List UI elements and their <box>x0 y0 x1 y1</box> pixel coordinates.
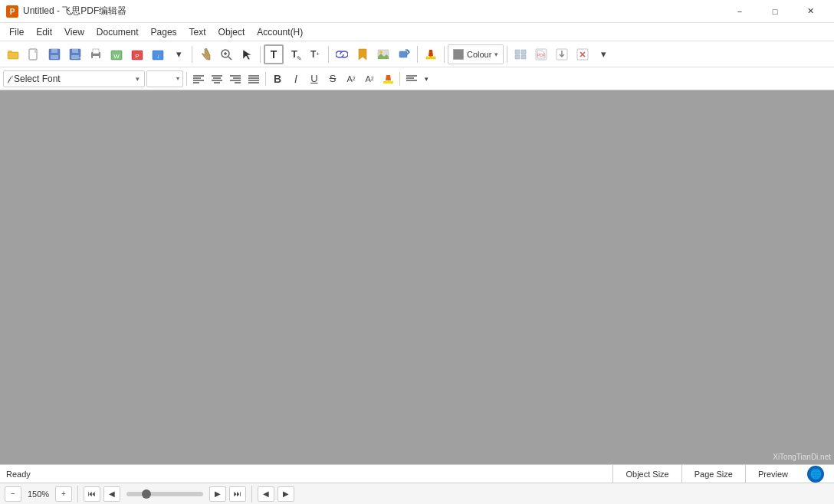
menu-account[interactable]: Account(H) <box>251 25 309 39</box>
svg-rect-33 <box>521 55 526 59</box>
paragraph-dropdown-arrow[interactable]: ▾ <box>422 70 431 87</box>
strikethrough-button[interactable]: S <box>324 70 341 87</box>
menu-document[interactable]: Document <box>90 25 145 39</box>
menu-pages[interactable]: Pages <box>145 25 183 39</box>
titlebar: P Untitled - 飞思PDF编辑器 − □ ✕ <box>0 0 834 23</box>
save-button[interactable] <box>44 44 64 64</box>
menu-edit[interactable]: Edit <box>30 25 58 39</box>
superscript-button[interactable]: A2 <box>343 70 360 87</box>
zoom-in-button[interactable]: + <box>55 486 72 502</box>
export2-button[interactable]: P <box>127 44 147 64</box>
zoom-value: 150% <box>25 489 52 499</box>
subscript-button[interactable]: A2 <box>361 70 378 87</box>
image-button[interactable] <box>373 44 393 64</box>
maximize-button[interactable]: □ <box>757 0 793 23</box>
hand-tool-button[interactable] <box>195 44 215 64</box>
align-left-button[interactable] <box>190 70 207 87</box>
save-as-button[interactable]: + <box>65 44 85 64</box>
bold-button[interactable]: B <box>269 70 286 87</box>
colour-label: Colour <box>467 50 491 59</box>
text-edit-button[interactable]: T✎ <box>284 44 304 64</box>
svg-rect-27 <box>399 51 407 57</box>
align-right-button[interactable] <box>227 70 244 87</box>
brand-logo: 🌐 <box>803 465 828 483</box>
menubar: File Edit View Document Pages Text Objec… <box>0 23 834 41</box>
svg-text:P: P <box>135 53 139 60</box>
font-selector[interactable]: 𝒻 Select Font ▾ <box>3 70 145 87</box>
export-pdf-button[interactable]: PDF <box>531 44 551 64</box>
bookmark-button[interactable] <box>353 44 373 64</box>
page-size-section: Page Size <box>681 465 745 483</box>
highlight-button[interactable] <box>421 44 441 64</box>
text-add-button[interactable]: T+ <box>305 44 325 64</box>
svg-text:↓: ↓ <box>156 53 159 60</box>
menu-object[interactable]: Object <box>212 25 251 39</box>
toolbar2: 𝒻 Select Font ▾ ▾ B I U S A2 A2 ▾ <box>0 67 834 90</box>
zoom-out-button[interactable]: − <box>5 486 21 502</box>
print-button[interactable] <box>86 44 106 64</box>
sep-1 <box>192 46 192 63</box>
colour-button[interactable]: Colour ▾ <box>448 44 504 64</box>
nav-sep-2 <box>251 486 252 502</box>
font-dropdown-arrow: ▾ <box>136 75 140 83</box>
italic-button[interactable]: I <box>287 70 304 87</box>
open-button[interactable] <box>3 44 23 64</box>
highlight2-button[interactable] <box>379 70 396 87</box>
align-center-button[interactable] <box>208 70 225 87</box>
link-button[interactable] <box>332 44 352 64</box>
export3-button[interactable]: ↓ <box>148 44 168 64</box>
menu-view[interactable]: View <box>58 25 90 39</box>
next-nav-button[interactable]: ▶ <box>277 486 294 502</box>
export1-button[interactable]: W <box>107 44 126 64</box>
app-icon: P <box>6 5 18 18</box>
fmt-sep-0 <box>186 72 187 86</box>
svg-rect-9 <box>72 49 78 53</box>
page-size-label: Page Size <box>694 470 733 479</box>
align-justify-button[interactable] <box>245 70 262 87</box>
svg-text:+: + <box>79 55 81 61</box>
sep-6 <box>507 46 507 63</box>
last-page-button[interactable]: ⏭ <box>229 486 246 502</box>
pages-panel-button[interactable] <box>511 44 530 64</box>
svg-rect-13 <box>93 49 99 54</box>
underline-button[interactable]: U <box>306 70 323 87</box>
import-button[interactable] <box>552 44 572 64</box>
new-button[interactable] <box>24 44 44 64</box>
sep-5 <box>444 46 445 63</box>
export-dropdown[interactable]: ▾ <box>169 44 189 64</box>
svg-rect-14 <box>93 56 99 59</box>
object-size-label: Object Size <box>626 470 668 479</box>
font-size-input[interactable]: ▾ <box>146 70 183 87</box>
toolbar1-dropdown[interactable]: ▾ <box>593 44 613 64</box>
page-slider[interactable] <box>126 492 203 496</box>
next-page-button[interactable]: ▶ <box>209 486 226 502</box>
menu-file[interactable]: File <box>3 25 30 39</box>
rotate-button[interactable] <box>394 44 414 64</box>
sep-3 <box>328 46 329 63</box>
delete-button[interactable] <box>573 44 593 64</box>
preview-label: Preview <box>758 470 788 479</box>
navbar: − 150% + ⏮ ◀ ▶ ⏭ ◀ ▶ <box>0 483 834 504</box>
sep-4 <box>417 46 418 63</box>
svg-rect-2 <box>8 51 12 52</box>
preview-section: Preview <box>745 465 800 483</box>
prev-page-button[interactable]: ◀ <box>103 486 120 502</box>
menu-text[interactable]: Text <box>183 25 212 39</box>
statusbar: Ready Object Size Page Size Preview 🌐 <box>0 464 834 483</box>
font-size-arrow: ▾ <box>176 75 179 82</box>
prev-nav-button[interactable]: ◀ <box>258 486 274 502</box>
toolbar1: + W P ↓ ▾ T T✎ T+ <box>0 41 834 67</box>
globe-icon: 🌐 <box>807 466 824 483</box>
first-page-button[interactable]: ⏮ <box>84 486 100 502</box>
fmt-sep-2 <box>399 72 400 86</box>
paragraph-dropdown-button[interactable] <box>403 70 420 87</box>
zoom-button[interactable] <box>216 44 236 64</box>
text-tool-button[interactable]: T <box>264 44 284 64</box>
select-button[interactable] <box>237 44 257 64</box>
svg-rect-30 <box>515 50 520 54</box>
svg-rect-3 <box>8 52 18 59</box>
watermark: XiTongTianDi.net <box>773 453 831 461</box>
svg-rect-29 <box>429 56 432 57</box>
close-button[interactable]: ✕ <box>793 0 828 23</box>
minimize-button[interactable]: − <box>722 0 757 23</box>
